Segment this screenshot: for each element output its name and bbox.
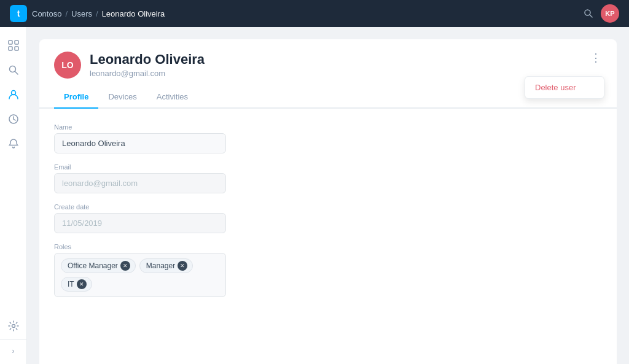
user-email: leonardo@gmail.com xyxy=(90,69,205,78)
svg-line-1 xyxy=(590,15,592,17)
user-info: Leonardo Oliveira leonardo@gmail.com xyxy=(90,52,205,78)
create-date-field-group: Create date xyxy=(54,203,602,233)
main-layout: › LO Leonardo Oliveira leonardo@gmail.co… xyxy=(0,27,629,364)
form-card: Name Email Create date Roles Office Mana… xyxy=(39,109,617,364)
roles-container: Office Manager ✕ Manager ✕ IT ✕ xyxy=(54,253,226,297)
clock-icon xyxy=(8,114,19,125)
breadcrumb-sep1: / xyxy=(65,9,68,18)
user-header-top: LO Leonardo Oliveira leonardo@gmail.com xyxy=(54,52,602,79)
user-header-card: LO Leonardo Oliveira leonardo@gmail.com … xyxy=(39,39,617,109)
svg-point-10 xyxy=(12,325,15,328)
sidebar-item-users[interactable] xyxy=(2,83,25,106)
role-tag-it: IT ✕ xyxy=(61,277,92,292)
user-header-actions: ⋮ Delete user xyxy=(587,49,604,66)
delete-user-option[interactable]: Delete user xyxy=(525,77,604,98)
sidebar-item-settings[interactable] xyxy=(2,315,25,337)
tab-profile[interactable]: Profile xyxy=(54,86,98,109)
settings-icon xyxy=(8,320,19,331)
roles-field-group: Roles Office Manager ✕ Manager ✕ IT ✕ xyxy=(54,243,602,297)
role-remove-manager[interactable]: ✕ xyxy=(178,261,187,271)
email-input[interactable] xyxy=(54,173,226,193)
dropdown-menu: Delete user xyxy=(525,76,604,99)
tab-activities[interactable]: Activities xyxy=(147,86,198,109)
svg-rect-2 xyxy=(9,41,12,44)
sidebar-item-dashboard[interactable] xyxy=(2,34,25,56)
breadcrumb-root[interactable]: Contoso xyxy=(32,9,61,18)
svg-rect-5 xyxy=(15,47,18,50)
breadcrumb-current: Leonardo Oliveira xyxy=(102,9,165,18)
app-logo: t xyxy=(10,5,27,22)
sidebar: › xyxy=(0,27,27,364)
topbar: t Contoso / Users / Leonardo Oliveira KP xyxy=(0,0,629,27)
topbar-right: KP xyxy=(584,4,619,23)
tab-devices[interactable]: Devices xyxy=(98,86,146,109)
breadcrumb: Contoso / Users / Leonardo Oliveira xyxy=(32,9,165,18)
sidebar-expand-button[interactable]: › xyxy=(0,339,27,357)
role-remove-it[interactable]: ✕ xyxy=(77,279,87,289)
bell-icon xyxy=(8,138,19,149)
sidebar-item-clock[interactable] xyxy=(2,108,25,130)
name-label: Name xyxy=(54,123,602,131)
svg-rect-4 xyxy=(9,47,12,50)
search-icon xyxy=(584,9,593,18)
email-label: Email xyxy=(54,163,602,171)
sidebar-item-search[interactable] xyxy=(2,59,25,81)
more-options-button[interactable]: ⋮ xyxy=(587,49,604,66)
create-date-label: Create date xyxy=(54,203,602,211)
search-icon xyxy=(8,64,19,76)
role-tag-label: IT xyxy=(68,280,74,288)
user-avatar: LO xyxy=(54,52,81,79)
svg-rect-3 xyxy=(15,41,18,44)
roles-label: Roles xyxy=(54,243,602,250)
role-tag-label: Office Manager xyxy=(68,261,118,270)
sidebar-bottom xyxy=(2,315,25,337)
role-remove-office-manager[interactable]: ✕ xyxy=(120,261,130,271)
topbar-left: t Contoso / Users / Leonardo Oliveira xyxy=(10,5,165,22)
dashboard-icon xyxy=(8,40,19,51)
role-tag-manager: Manager ✕ xyxy=(139,258,193,273)
role-tag-office-manager: Office Manager ✕ xyxy=(61,258,136,273)
breadcrumb-users[interactable]: Users xyxy=(71,9,92,18)
sidebar-item-notifications[interactable] xyxy=(2,133,25,155)
breadcrumb-sep2: / xyxy=(96,9,98,18)
role-tag-label: Manager xyxy=(146,261,175,270)
topbar-search-button[interactable] xyxy=(584,9,593,18)
users-icon xyxy=(8,89,19,100)
user-avatar-button[interactable]: KP xyxy=(601,4,619,23)
content-area: LO Leonardo Oliveira leonardo@gmail.com … xyxy=(27,27,629,364)
name-input[interactable] xyxy=(54,133,226,153)
user-name: Leonardo Oliveira xyxy=(90,52,205,68)
name-field-group: Name xyxy=(54,123,602,153)
create-date-input xyxy=(54,213,226,233)
email-field-group: Email xyxy=(54,163,602,193)
svg-line-7 xyxy=(15,72,18,75)
